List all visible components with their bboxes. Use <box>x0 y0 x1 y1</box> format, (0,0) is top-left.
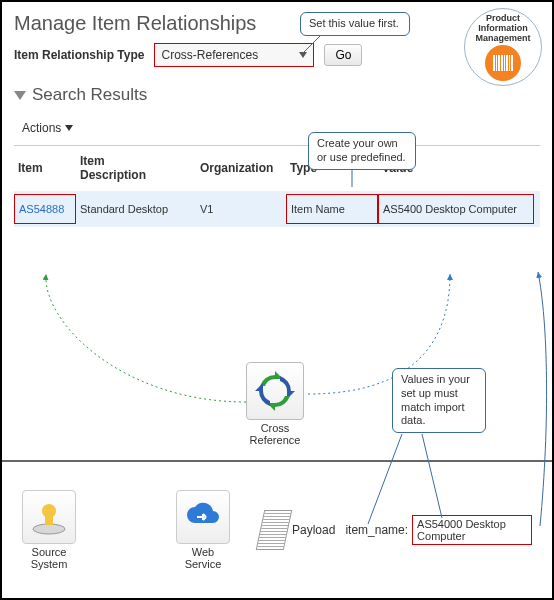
cell-description: Standard Desktop <box>76 203 196 215</box>
cell-item[interactable]: AS54888 <box>14 194 76 224</box>
pim-line2: Information <box>478 23 528 33</box>
payload: Payload <box>260 510 335 550</box>
col-item: Item <box>18 161 80 175</box>
cross-reference-label: Cross Reference <box>242 422 308 446</box>
table-row[interactable]: AS54888 Standard Desktop V1 Item Name AS… <box>14 191 540 227</box>
go-button[interactable]: Go <box>324 44 362 66</box>
cloud-icon <box>183 497 223 537</box>
svg-rect-6 <box>45 515 53 525</box>
payload-item-name: item_name: AS54000 Desktop Computer <box>345 515 532 545</box>
relationship-type-label: Item Relationship Type <box>14 48 144 62</box>
annotation-set-first: Set this value first. <box>300 12 410 36</box>
chevron-down-icon <box>65 125 73 131</box>
barcode-icon <box>485 45 521 81</box>
svg-marker-3 <box>255 383 263 391</box>
pim-line3: Management <box>475 33 530 43</box>
col-description: Item Description <box>80 154 200 183</box>
bottom-bar: Source System Web Service Payload item_n… <box>2 460 552 598</box>
web-service-label: Web Service <box>176 546 230 570</box>
actions-label: Actions <box>22 121 61 135</box>
table-header: Item Item Description Organization Type … <box>14 146 540 191</box>
item-name-key: item_name: <box>345 523 408 537</box>
source-system-label: Source System <box>22 546 76 570</box>
svg-point-4 <box>33 524 65 534</box>
annotation-create-own: Create your own or use predefined. <box>308 132 416 170</box>
collapse-icon[interactable] <box>14 91 26 100</box>
annotation-values-match: Values in your set up must match import … <box>392 368 486 433</box>
source-system: Source System <box>22 490 76 570</box>
pim-line1: Product <box>486 13 520 23</box>
document-icon <box>256 510 293 550</box>
cell-value: AS5400 Desktop Computer <box>378 194 534 224</box>
search-results-label: Search Results <box>32 85 147 105</box>
relationship-type-value: Cross-References <box>161 48 258 62</box>
search-results-heading: Search Results <box>2 75 552 107</box>
chevron-down-icon <box>299 52 307 58</box>
actions-menu[interactable]: Actions <box>2 107 552 139</box>
cell-type: Item Name <box>286 194 378 224</box>
results-table: Item Item Description Organization Type … <box>14 145 540 227</box>
item-name-value: AS54000 Desktop Computer <box>412 515 532 545</box>
source-system-icon <box>29 497 69 537</box>
payload-label: Payload <box>292 523 335 537</box>
cross-reference-icon: Cross Reference <box>242 362 308 446</box>
relationship-type-select[interactable]: Cross-References <box>154 43 314 67</box>
col-organization: Organization <box>200 161 290 175</box>
recycle-arrows-icon <box>253 369 297 413</box>
pim-badge: Product Information Management <box>464 8 542 86</box>
web-service: Web Service <box>176 490 230 570</box>
cell-organization: V1 <box>196 203 286 215</box>
